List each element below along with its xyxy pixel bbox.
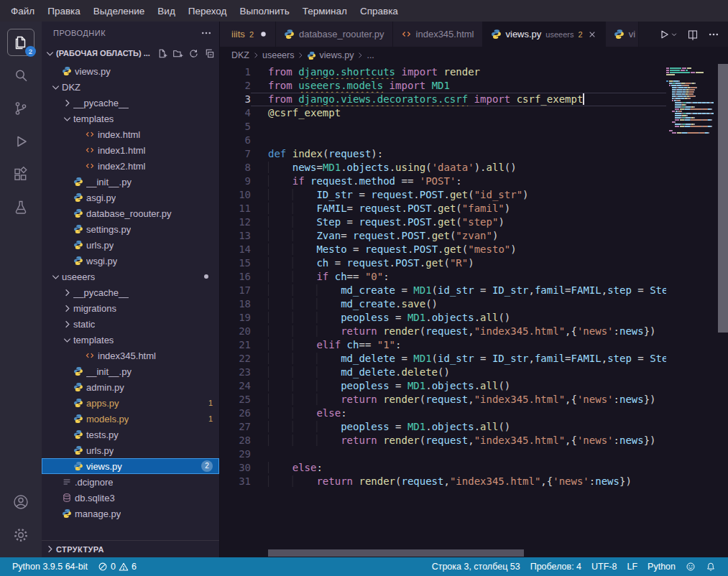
tree-item-database-roouter-py[interactable]: database_roouter.py [42, 205, 219, 221]
tree-item-pycache[interactable]: __pycache__ [42, 284, 219, 300]
tree-item-useeers[interactable]: useeers [42, 269, 219, 284]
chevron-right-icon[interactable] [60, 317, 73, 330]
tree-item-urls-py[interactable]: urls.py [42, 237, 219, 253]
chevron-right-icon[interactable] [60, 286, 73, 299]
activity-accounts-button[interactable] [7, 488, 34, 516]
tree-item-views-py[interactable]: views.py [42, 63, 219, 79]
status-indentation[interactable]: Пробелов: 4 [525, 557, 586, 576]
tree-item-settings-py[interactable]: settings.py [42, 221, 219, 237]
chevron-down-icon[interactable] [60, 112, 73, 125]
activity-extensions-button[interactable] [7, 161, 34, 188]
tree-item-views-py[interactable]: views.py2 [42, 458, 219, 474]
chevron-down-icon[interactable] [60, 333, 73, 346]
menu-item[interactable]: Переход [182, 3, 234, 19]
status-language[interactable]: Python [642, 557, 681, 576]
breadcrumb-item[interactable]: ... [367, 50, 374, 60]
editor[interactable]: 1from django.shortcuts import render2fro… [220, 64, 728, 549]
code-line[interactable]: 26 else: [220, 407, 666, 420]
tree-item-index1-html[interactable]: index1.html [42, 142, 219, 158]
menu-item[interactable]: Файл [4, 3, 41, 19]
status-problems[interactable]: 06 [93, 557, 142, 576]
chevron-right-icon[interactable] [60, 96, 73, 109]
code-line[interactable]: 3from django.views.decorators.csrf impor… [220, 93, 666, 106]
code-line[interactable]: 1from django.shortcuts import render [220, 65, 666, 79]
menu-item[interactable]: Терминал [296, 3, 354, 19]
code-line[interactable]: 9 if request.method == 'POST': [220, 175, 666, 188]
tree-item-tests-py[interactable]: tests.py [42, 427, 219, 442]
code-line[interactable]: 24 peopless = MD1.objects.all() [220, 379, 666, 393]
tree-item-templates[interactable]: templates [42, 332, 219, 348]
status-encoding[interactable]: UTF-8 [586, 557, 622, 576]
status-notifications-bell[interactable] [701, 557, 721, 576]
code-line[interactable]: 25 return render(request,"index345.html"… [220, 393, 666, 407]
tree-item-asgi-py[interactable]: asgi.py [42, 190, 219, 205]
code-line[interactable]: 11 FAMIL= request.POST.get("famil") [220, 202, 666, 215]
code-line[interactable]: 5 [220, 120, 666, 134]
workspace-section-header[interactable]: (РАБОЧАЯ ОБЛАСТЬ) ... [42, 45, 219, 62]
activity-testing-button[interactable] [7, 194, 34, 221]
vertical-scrollbar[interactable] [718, 64, 728, 549]
tab-iiits[interactable]: iiits2 [220, 22, 276, 47]
tree-item-urls-py[interactable]: urls.py [42, 442, 219, 458]
code-line[interactable]: 16 if ch== "0": [220, 270, 666, 284]
code-line[interactable]: 14 Mesto = request.POST.get("mesto") [220, 243, 666, 256]
breadcrumb-item[interactable]: views.py [307, 50, 354, 60]
tab-database-roouter-py[interactable]: database_roouter.py [276, 22, 393, 47]
status-cursor-position[interactable]: Строка 3, столбец 53 [427, 557, 525, 576]
code-area[interactable]: 1from django.shortcuts import render2fro… [220, 64, 666, 549]
code-line[interactable]: 22 md_delete = MD1(id_str = ID_str,famil… [220, 352, 666, 366]
split-editor-button[interactable] [687, 29, 699, 40]
tree-item-init-py[interactable]: __init__.py [42, 363, 219, 379]
code-line[interactable]: 10 ID_str = request.POST.get("id_str") [220, 188, 666, 202]
code-line[interactable]: 29 [220, 447, 666, 461]
tree-item-migrations[interactable]: migrations [42, 300, 219, 316]
tree-item-apps-py[interactable]: apps.py1 [42, 395, 219, 411]
outline-section-header[interactable]: СТРУКТУРА [42, 540, 219, 557]
code-line[interactable]: 18 md_create.save() [220, 297, 666, 311]
tree-item-static[interactable]: static [42, 316, 219, 332]
menu-item[interactable]: Выполнить [233, 3, 295, 19]
menu-item[interactable]: Выделение [87, 3, 152, 19]
status-python-version[interactable]: Python 3.9.5 64-bit [7, 557, 93, 576]
code-line[interactable]: 20 return render(request,"index345.html"… [220, 325, 666, 338]
more-actions-icon[interactable] [201, 27, 212, 39]
code-line[interactable]: 19 peopless = MD1.objects.all() [220, 311, 666, 325]
run-button[interactable] [658, 29, 678, 40]
code-line[interactable]: 17 md_create = MD1(id_str = ID_str,famil… [220, 284, 666, 297]
minimap[interactable] [666, 64, 718, 549]
tree-item-templates[interactable]: templates [42, 111, 219, 126]
breadcrumb-item[interactable]: useeers [262, 50, 294, 60]
code-line[interactable]: 23 md_delete.delete() [220, 366, 666, 379]
refresh-button[interactable] [188, 48, 199, 59]
collapse-all-button[interactable] [204, 48, 215, 59]
chevron-down-icon[interactable] [49, 80, 62, 93]
menu-item[interactable]: Справка [354, 3, 405, 19]
code-line[interactable]: 21 elif ch== "1": [220, 338, 666, 352]
tree-item-manage-py[interactable]: manage.py [42, 506, 219, 521]
code-line[interactable]: 6 [220, 134, 666, 147]
menu-item[interactable]: Вид [151, 3, 181, 19]
tree-item-wsgi-py[interactable]: wsgi.py [42, 253, 219, 269]
menu-item[interactable]: Правка [41, 3, 87, 19]
code-line[interactable]: 27 peopless = MD1.objects.all() [220, 420, 666, 434]
tree-item-init-py[interactable]: __init__.py [42, 174, 219, 190]
code-line[interactable]: 30 else: [220, 461, 666, 475]
chevron-right-icon[interactable] [60, 302, 73, 315]
code-line[interactable]: 7def index(request): [220, 147, 666, 161]
tree-item-db-sqlite3[interactable]: db.sqlite3 [42, 490, 219, 506]
tree-item-index-html[interactable]: index.html [42, 126, 219, 142]
status-feedback[interactable] [681, 557, 701, 576]
code-line[interactable]: 4@csrf_exempt [220, 106, 666, 120]
new-folder-button[interactable] [172, 48, 183, 59]
activity-source-control-button[interactable] [7, 95, 34, 122]
more-actions-button[interactable] [708, 29, 719, 40]
tab-vi[interactable]: vi [606, 22, 639, 47]
code-line[interactable]: 15 ch = request.POST.get("R") [220, 256, 666, 270]
activity-search-button[interactable] [7, 62, 34, 89]
chevron-down-icon[interactable] [49, 270, 62, 283]
code-line[interactable]: 31 return render(request,"index345.html"… [220, 475, 666, 488]
close-icon[interactable] [587, 29, 597, 40]
breadcrumb-item[interactable]: DKZ [231, 50, 249, 60]
horizontal-scrollbar-thumb[interactable] [268, 549, 524, 557]
code-line[interactable]: 2from useeers.models import MD1 [220, 79, 666, 93]
